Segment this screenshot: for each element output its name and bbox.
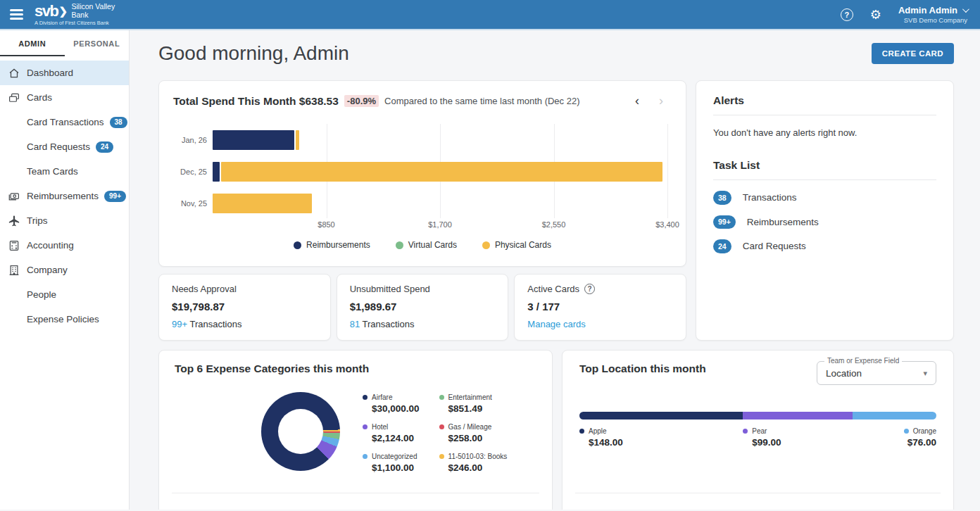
divider <box>713 179 936 180</box>
plane-icon <box>8 215 20 227</box>
location-legend-entry-apple: Apple$148.00 <box>579 427 623 448</box>
legend-item-physical-cards[interactable]: Physical Cards <box>482 240 551 250</box>
sidebar-nav: DashboardCardsCard Transactions38Card Re… <box>0 56 129 332</box>
sidebar: ADMIN PERSONAL DashboardCardsCard Transa… <box>0 30 130 510</box>
sidebar-item-trips[interactable]: Trips <box>0 208 129 233</box>
legend-dot <box>904 429 909 434</box>
top-location-card: Top Location this month Team or Expense … <box>562 350 954 510</box>
manage-cards-link[interactable]: Manage cards <box>527 319 673 329</box>
task-label: Reimbursements <box>747 217 819 227</box>
location-legend: Apple$148.00Pear$99.00Orange$76.00 <box>579 427 936 458</box>
stat-value: 3 / 177 <box>527 301 673 313</box>
x-axis-tick: $850 <box>318 220 334 229</box>
y-axis-label: Dec, 25 <box>173 168 207 176</box>
task-item-transactions[interactable]: 38Transactions <box>713 191 936 205</box>
create-card-button[interactable]: CREATE CARD <box>872 43 954 64</box>
legend-dot <box>439 454 444 459</box>
count-badge: 99+ <box>713 215 736 229</box>
y-axis-label: Jan, 26 <box>173 136 207 144</box>
alerts-title: Alerts <box>713 94 936 107</box>
main-content: Good morning, Admin CREATE CARD Total Sp… <box>130 30 980 510</box>
sidebar-item-cards[interactable]: Cards <box>0 85 129 110</box>
task-label: Card Requests <box>743 241 806 251</box>
spend-bar-chart: Jan, 26Dec, 25Nov, 25 $850$1,700$2,550$3… <box>173 124 672 232</box>
alerts-panel: Alerts You don't have any alerts right n… <box>696 80 954 341</box>
sidebar-item-card-requests[interactable]: Card Requests24 <box>0 134 129 159</box>
count-badge: 24 <box>713 239 731 253</box>
count-badge: 38 <box>713 191 731 205</box>
money-icon <box>8 190 20 203</box>
bar-segment-physical-cards <box>213 194 312 213</box>
legend-dot <box>439 424 444 429</box>
tab-personal[interactable]: PERSONAL <box>65 30 130 56</box>
donut-legend-entry-entertainment: Entertainment$851.49 <box>439 393 508 414</box>
donut-chart <box>261 392 340 471</box>
chart-next-button[interactable]: › <box>659 94 663 108</box>
page-title: Good morning, Admin <box>158 42 349 65</box>
bar-row-jan-26: Jan, 26 <box>173 124 672 156</box>
transactions-link[interactable]: 81 Transactions <box>350 319 496 329</box>
sidebar-item-expense-policies[interactable]: Expense Policies <box>0 307 129 332</box>
transactions-link[interactable]: 99+ Transactions <box>172 319 318 329</box>
count-badge: 99+ <box>104 191 126 202</box>
user-menu[interactable]: Admin Admin SVB Demo Company <box>898 5 967 24</box>
spend-delta-badge: -80.9% <box>344 95 379 107</box>
legend-label: Apple <box>589 427 607 435</box>
stat-title: Needs Approval <box>172 284 318 294</box>
donut-legend-entry-uncategorized: Uncategorized$1,100.00 <box>363 453 420 473</box>
legend-dot <box>439 395 444 400</box>
donut-legend: Airfare$30,000.00Entertainment$851.49Hot… <box>363 393 507 473</box>
legend-label: Physical Cards <box>495 240 551 250</box>
sidebar-item-accounting[interactable]: Accounting <box>0 233 129 258</box>
count-badge: 24 <box>96 141 113 153</box>
tab-admin[interactable]: ADMIN <box>0 30 65 56</box>
x-axis-ticks: $850$1,700$2,550$3,400 <box>213 220 667 232</box>
sidebar-item-people[interactable]: People <box>0 282 129 307</box>
help-icon[interactable]: ? <box>841 8 853 21</box>
spend-compare-text: Compared to the same time last month (De… <box>384 96 579 106</box>
sidebar-item-card-transactions[interactable]: Card Transactions38 <box>0 110 129 134</box>
svb-logo[interactable]: svb ❯ Silicon Valley Bank A Division of … <box>34 3 115 26</box>
sidebar-item-label: Cards <box>27 92 52 103</box>
team-or-expense-field-select[interactable]: Team or Expense Field Location ▾ <box>817 361 936 385</box>
divider <box>713 115 936 115</box>
help-icon[interactable]: ? <box>584 284 595 294</box>
count-badge: 38 <box>110 117 127 128</box>
legend-dot <box>363 424 367 429</box>
location-segment-pear <box>743 412 852 419</box>
location-segment-apple <box>579 412 743 419</box>
division-text: A Division of First Citizens Bank <box>34 20 115 26</box>
legend-item-reimbursements[interactable]: Reimbursements <box>294 240 370 250</box>
sidebar-item-dashboard[interactable]: Dashboard <box>0 61 129 85</box>
stat-title: Active Cards ? <box>527 284 673 294</box>
task-item-reimbursements[interactable]: 99+Reimbursements <box>713 215 936 229</box>
x-axis-tick: $1,700 <box>428 220 452 229</box>
legend-value: $1,100.00 <box>363 462 420 473</box>
legend-label: Reimbursements <box>306 240 370 250</box>
sidebar-item-company[interactable]: Company <box>0 258 129 282</box>
legend-value: $851.49 <box>439 403 508 414</box>
legend-dot <box>294 241 301 249</box>
legend-dot <box>482 241 490 249</box>
legend-item-virtual-cards[interactable]: Virtual Cards <box>396 240 457 250</box>
location-title: Top Location this month <box>579 362 706 375</box>
menu-icon[interactable] <box>10 7 23 23</box>
legend-label: Uncategorized <box>372 453 417 460</box>
sidebar-item-reimbursements[interactable]: Reimbursements99+ <box>0 184 129 208</box>
task-item-card-requests[interactable]: 24Card Requests <box>713 239 936 253</box>
sidebar-item-team-cards[interactable]: Team Cards <box>0 159 129 184</box>
building-icon <box>8 264 20 277</box>
location-stacked-bar <box>579 412 936 419</box>
y-axis-label: Nov, 25 <box>173 199 207 208</box>
chart-prev-button[interactable]: ‹ <box>635 94 639 108</box>
total-spend-card: Total Spend This Month $638.53 -80.9% Co… <box>158 80 686 267</box>
gear-icon[interactable]: ⚙ <box>870 8 881 21</box>
donut-legend-entry-airfare: Airfare$30,000.00 <box>363 393 420 414</box>
calculator-icon <box>8 239 20 252</box>
task-label: Transactions <box>743 192 797 203</box>
legend-value: $246.00 <box>439 462 508 473</box>
user-name: Admin Admin <box>898 5 957 15</box>
legend-dot <box>363 454 367 459</box>
bar-row-nov-25: Nov, 25 <box>173 187 672 219</box>
chevron-down-icon <box>962 6 969 13</box>
